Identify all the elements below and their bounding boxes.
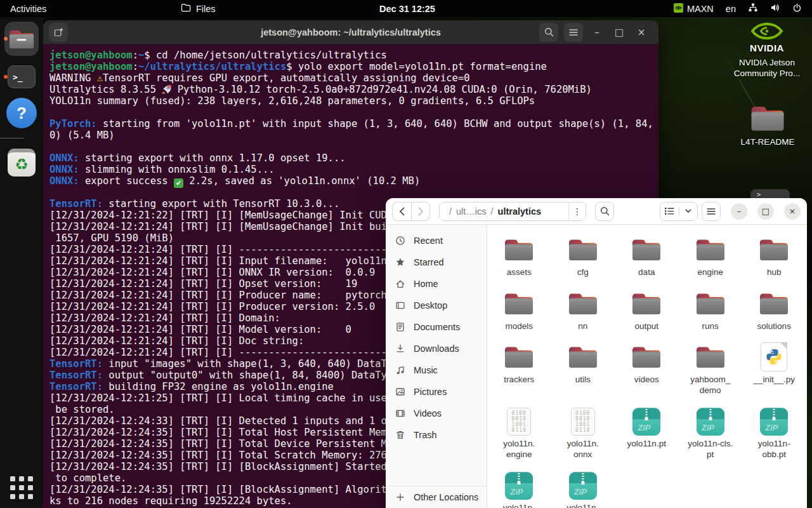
file-item[interactable]: engine <box>680 232 741 278</box>
minimize-button[interactable]: – <box>731 203 747 220</box>
forward-button[interactable] <box>411 202 430 221</box>
python-file-icon <box>761 342 787 371</box>
list-view-icon[interactable] <box>660 207 679 215</box>
chevron-down-icon[interactable] <box>679 209 698 213</box>
file-item[interactable]: yahboom_ demo <box>680 340 741 396</box>
path-bar[interactable]: / ult…ics / ultralytics ⋮ <box>439 202 586 221</box>
nvidia-logo-icon <box>750 32 783 43</box>
trash-icon: ♻ <box>8 149 36 177</box>
keyboard-layout-indicator[interactable]: en <box>726 4 736 14</box>
sidebar-item-desktop[interactable]: Desktop <box>386 295 487 316</box>
sidebar-item-recent[interactable]: Recent <box>386 230 487 251</box>
desktop-icon-label: NVIDIA Jetson Community Pro... <box>728 57 806 79</box>
files-sidebar: RecentStarredHomeDesktopDocumentsDownloa… <box>386 225 487 508</box>
sidebar-item-label: Desktop <box>414 300 447 311</box>
view-toggle-button[interactable] <box>660 202 698 221</box>
path-crumb-current[interactable]: ultralytics <box>498 206 542 217</box>
file-item[interactable]: 0100001010010110yolo11n. engine <box>488 404 549 460</box>
sidebar-item-starred[interactable]: Starred <box>386 251 487 273</box>
file-item-label: yolo11n. engine <box>503 439 535 460</box>
folder-icon <box>750 123 785 134</box>
dock-item-help[interactable]: ? <box>0 98 43 128</box>
search-icon <box>600 206 610 216</box>
back-button[interactable] <box>392 202 411 221</box>
desktop-icon-l4t-readme[interactable]: L4T-README <box>730 104 806 147</box>
desktop: NVIDIA NVIDIA Jetson Community Pro... L4… <box>0 0 812 508</box>
file-item[interactable]: solutions <box>743 286 804 332</box>
dock-item-terminal[interactable]: >_ <box>0 65 43 88</box>
app-menu[interactable]: Files <box>181 3 216 14</box>
file-item[interactable]: cfg <box>553 232 613 278</box>
terminal-menu-button[interactable] <box>564 23 583 42</box>
files-menu-button[interactable] <box>702 202 721 221</box>
videos-icon <box>395 408 405 418</box>
sidebar-item-trash[interactable]: Trash <box>386 424 487 446</box>
file-item[interactable]: nn <box>553 286 613 332</box>
files-headerbar[interactable]: / ult…ics / ultralytics ⋮ – <box>386 198 807 225</box>
folder-icon <box>181 3 191 14</box>
file-item-label: yolo11n- obb.pt <box>758 439 790 460</box>
file-item[interactable]: utils <box>553 340 613 396</box>
maximize-button[interactable]: □ <box>757 203 774 220</box>
folder-icon <box>568 291 598 318</box>
file-item[interactable]: data <box>616 232 677 278</box>
file-item[interactable]: ZiPyolo11n- obb.pt <box>743 404 804 460</box>
sidebar-item-label: Pictures <box>414 387 447 397</box>
desktop-icon-nvidia-jetson[interactable]: NVIDIA NVIDIA Jetson Community Pro... <box>728 21 806 79</box>
new-tab-button[interactable] <box>49 23 68 42</box>
terminal-headerbar[interactable]: jetson@yahboom: ~/ultralytics/ultralytic… <box>43 20 658 44</box>
minimize-button[interactable]: – <box>589 27 605 38</box>
show-applications-button[interactable] <box>10 476 33 499</box>
file-item[interactable]: hub <box>743 232 804 278</box>
sidebar-item-videos[interactable]: Videos <box>386 403 487 424</box>
files-search-button[interactable] <box>595 202 614 221</box>
warning-icon: ⚠ <box>97 72 103 84</box>
file-item[interactable]: output <box>616 286 677 332</box>
file-item[interactable]: 0100001010010110yolo11n. onnx <box>553 404 613 460</box>
check-icon: ✔ <box>174 178 183 188</box>
file-item-label: yolo11n- seg.pt <box>566 503 599 508</box>
sidebar-item-documents[interactable]: Documents <box>386 316 487 338</box>
trash-icon <box>395 430 405 440</box>
volume-icon[interactable] <box>770 3 780 15</box>
file-item[interactable]: __init__.py <box>743 340 804 396</box>
sidebar-item-downloads[interactable]: Downloads <box>386 338 487 359</box>
file-item-label: videos <box>634 375 659 385</box>
folder-icon <box>631 291 662 318</box>
file-item[interactable]: runs <box>680 286 741 332</box>
file-item-label: yolo11n.pt <box>627 439 666 450</box>
activities-button[interactable]: Activities <box>5 4 51 14</box>
clock[interactable]: Dec 31 12:25 <box>379 4 435 14</box>
path-options-icon[interactable]: ⋮ <box>568 203 586 220</box>
file-item[interactable]: assets <box>488 232 549 278</box>
close-button[interactable]: × <box>633 27 650 38</box>
terminal-line: jetson@yahboom:~/ultralytics/ultralytics… <box>49 61 652 72</box>
close-button[interactable]: × <box>784 203 801 220</box>
terminal-line <box>49 107 652 118</box>
file-item[interactable]: models <box>488 286 549 332</box>
power-mode-indicator[interactable]: MAXN <box>674 3 714 15</box>
terminal-line: 0) (5.4 MB) <box>49 130 652 141</box>
documents-icon <box>395 322 405 332</box>
sidebar-item-music[interactable]: Music <box>386 359 487 381</box>
file-item[interactable]: ZiPyolo11n- seg.pt <box>553 468 613 508</box>
power-icon[interactable] <box>792 3 802 15</box>
maximize-button[interactable]: □ <box>611 27 627 38</box>
network-icon[interactable] <box>748 3 758 15</box>
path-crumb-parent[interactable]: ult…ics <box>456 206 487 217</box>
plus-icon <box>395 492 405 502</box>
file-item[interactable]: trackers <box>488 340 549 396</box>
file-item[interactable]: ZiPyolo11n- pose.pt <box>488 468 549 508</box>
sidebar-item-home[interactable]: Home <box>386 273 487 295</box>
sidebar-item-pictures[interactable]: Pictures <box>386 381 487 403</box>
file-item[interactable]: ZiPyolo11n.pt <box>616 404 677 460</box>
terminal-search-button[interactable] <box>539 23 558 42</box>
file-item[interactable]: ZiPyolo11n-cls. pt <box>680 404 741 460</box>
folder-icon <box>568 345 598 371</box>
dock-item-trash[interactable]: ♻ <box>0 149 43 177</box>
dock-item-files[interactable] <box>0 22 43 56</box>
terminal-line <box>49 187 652 198</box>
sidebar-item-other-locations[interactable]: Other Locations <box>386 486 487 508</box>
folder-icon <box>568 237 598 264</box>
file-item[interactable]: videos <box>616 340 677 396</box>
